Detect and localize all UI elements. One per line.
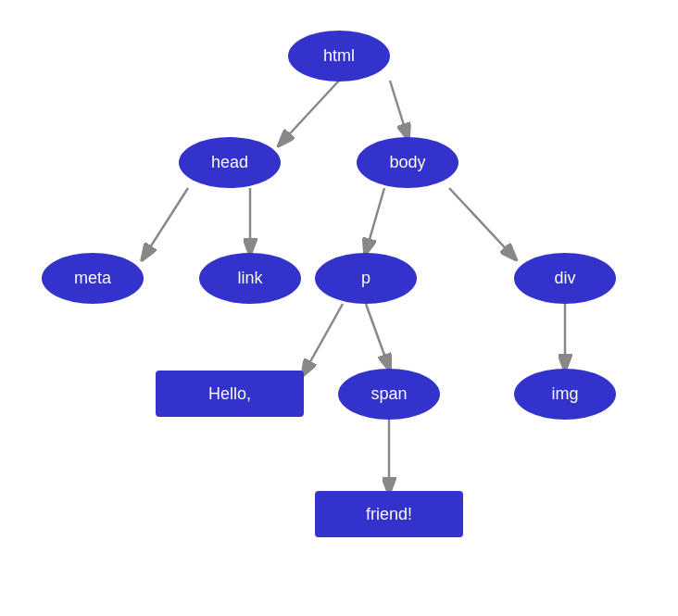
arrow-p-span <box>366 304 389 368</box>
node-body: body <box>357 137 458 188</box>
node-div-label: div <box>554 269 575 288</box>
node-meta: meta <box>42 253 144 304</box>
node-hello: Hello, <box>156 371 304 417</box>
node-html-label: html <box>323 46 355 66</box>
node-head-label: head <box>211 153 248 172</box>
node-hello-label: Hello, <box>208 384 251 404</box>
node-friend: friend! <box>315 491 463 537</box>
arrow-p-hello <box>304 304 343 373</box>
node-link-label: link <box>237 269 262 288</box>
node-meta-label: meta <box>74 269 111 288</box>
node-span: span <box>338 369 440 420</box>
diagram: html head body meta link p div Hello, sp… <box>0 0 678 616</box>
arrow-html-head <box>281 81 339 144</box>
node-body-label: body <box>389 153 425 172</box>
node-link: link <box>199 253 301 304</box>
arrow-html-body <box>390 81 408 137</box>
node-friend-label: friend! <box>366 505 412 524</box>
arrow-head-meta <box>144 188 188 258</box>
node-span-label: span <box>370 384 407 404</box>
node-p-label: p <box>361 269 370 288</box>
node-p: p <box>315 253 417 304</box>
node-img-label: img <box>551 384 578 404</box>
node-html: html <box>288 31 390 82</box>
node-img: img <box>514 369 616 420</box>
node-head: head <box>179 137 281 188</box>
node-div: div <box>514 253 616 304</box>
arrow-body-div <box>449 188 514 258</box>
arrow-body-p <box>366 188 384 252</box>
